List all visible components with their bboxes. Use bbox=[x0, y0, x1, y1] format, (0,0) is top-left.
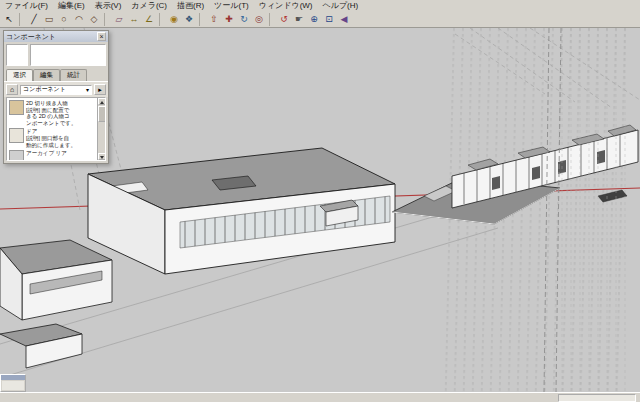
components-scrollbar[interactable] bbox=[97, 98, 105, 160]
toolbar: ↖ ╱ ▭ ○ ◠ ◇ ▱ ↔ ∠ ◉ ❖ ⇧ ✚ ↻ ◎ ↺ ☛ ⊕ ⊡ ◀ bbox=[0, 12, 640, 28]
component-item-text: ドア [説明] 開口部を自 動的に作成します。 bbox=[26, 128, 76, 148]
move-tool-icon[interactable]: ✚ bbox=[222, 13, 236, 26]
protractor-tool-icon[interactable]: ∠ bbox=[142, 13, 156, 26]
component-list-item[interactable]: ドア [説明] 開口部を自 動的に作成します。 bbox=[8, 127, 96, 149]
sketchup-window: ファイル(F) 編集(E) 表示(V) カメラ(C) 描画(R) ツール(T) … bbox=[0, 0, 640, 402]
components-panel-titlebar[interactable]: コンポーネント × bbox=[4, 31, 108, 42]
zoom-extents-tool-icon[interactable]: ⊡ bbox=[322, 13, 336, 26]
component-thumbnail bbox=[9, 100, 24, 115]
component-list-item[interactable]: アーカイブ リア bbox=[8, 149, 96, 161]
menu-view[interactable]: 表示(V) bbox=[90, 0, 127, 12]
eraser-tool-icon[interactable]: ▱ bbox=[112, 13, 126, 26]
push-pull-tool-icon[interactable]: ⇧ bbox=[207, 13, 221, 26]
make-component-tool-icon[interactable]: ❖ bbox=[182, 13, 196, 26]
scroll-up-arrow-icon[interactable] bbox=[98, 98, 106, 105]
rectangle-tool-icon[interactable]: ▭ bbox=[42, 13, 56, 26]
status-bar bbox=[0, 392, 640, 402]
scrollbar-thumb[interactable] bbox=[98, 106, 106, 122]
tab-statistics[interactable]: 統計 bbox=[60, 69, 87, 81]
menu-tools[interactable]: ツール(T) bbox=[209, 0, 254, 12]
component-thumbnail bbox=[9, 128, 24, 143]
home-icon[interactable]: ⌂ bbox=[6, 84, 18, 95]
components-list: 2D 切り抜き人物 [説明] 面に配置で きる 2D の人物コ ンポーネントです… bbox=[6, 97, 106, 161]
chevron-down-icon: ▾ bbox=[86, 86, 89, 93]
details-arrow-icon[interactable]: ▸ bbox=[94, 84, 106, 95]
tab-edit[interactable]: 編集 bbox=[33, 69, 60, 81]
tab-select[interactable]: 選択 bbox=[6, 69, 33, 81]
polygon-tool-icon[interactable]: ◇ bbox=[87, 13, 101, 26]
components-nav-row: ⌂ コンポーネント ▾ ▸ bbox=[4, 81, 108, 97]
menu-draw[interactable]: 描画(R) bbox=[172, 0, 209, 12]
component-list-item[interactable]: 2D 切り抜き人物 [説明] 面に配置で きる 2D の人物コ ンポーネントです… bbox=[8, 99, 96, 127]
component-item-text: 2D 切り抜き人物 [説明] 面に配置で きる 2D の人物コ ンポーネントです… bbox=[26, 100, 76, 126]
menu-camera[interactable]: カメラ(C) bbox=[126, 0, 172, 12]
arc-tool-icon[interactable]: ◠ bbox=[72, 13, 86, 26]
minimized-dialog[interactable] bbox=[0, 374, 26, 392]
component-preview-thumbnail bbox=[6, 44, 28, 66]
tape-measure-tool-icon[interactable]: ↔ bbox=[127, 13, 141, 26]
close-icon[interactable]: × bbox=[97, 32, 106, 41]
line-tool-icon[interactable]: ╱ bbox=[27, 13, 41, 26]
component-item-text: アーカイブ リア bbox=[26, 150, 67, 161]
components-panel-title: コンポーネント bbox=[6, 32, 56, 42]
measurement-box[interactable] bbox=[558, 394, 636, 402]
paint-bucket-tool-icon[interactable]: ◉ bbox=[167, 13, 181, 26]
pan-tool-icon[interactable]: ☛ bbox=[292, 13, 306, 26]
toolbar-separator bbox=[104, 13, 109, 26]
offset-tool-icon[interactable]: ◎ bbox=[252, 13, 266, 26]
toolbar-separator bbox=[159, 13, 164, 26]
menu-window[interactable]: ウィンドウ(W) bbox=[254, 0, 318, 12]
orbit-tool-icon[interactable]: ↺ bbox=[277, 13, 291, 26]
select-tool-icon[interactable]: ↖ bbox=[2, 13, 16, 26]
minimized-dialog-titlebar[interactable] bbox=[1, 375, 25, 380]
minimized-dialog-body bbox=[2, 381, 24, 390]
zoom-tool-icon[interactable]: ⊕ bbox=[307, 13, 321, 26]
toolbar-separator bbox=[269, 13, 274, 26]
menu-file[interactable]: ファイル(F) bbox=[0, 0, 53, 12]
component-description-box[interactable] bbox=[30, 44, 106, 66]
menu-help[interactable]: ヘルプ(H) bbox=[318, 0, 364, 12]
component-preview-row bbox=[4, 42, 108, 68]
components-tabs: 選択 編集 統計 bbox=[4, 69, 108, 81]
previous-view-tool-icon[interactable]: ◀ bbox=[337, 13, 351, 26]
toolbar-separator bbox=[19, 13, 24, 26]
collection-dropdown-value: コンポーネント bbox=[23, 85, 66, 94]
menu-edit[interactable]: 編集(E) bbox=[53, 0, 90, 12]
component-thumbnail bbox=[9, 150, 24, 161]
scroll-down-arrow-icon[interactable] bbox=[98, 153, 106, 160]
components-panel: コンポーネント × 選択 編集 統計 ⌂ コンポーネント ▾ ▸ 2D 切り抜き… bbox=[3, 30, 109, 164]
collection-dropdown[interactable]: コンポーネント ▾ bbox=[20, 85, 92, 95]
rotate-tool-icon[interactable]: ↻ bbox=[237, 13, 251, 26]
toolbar-separator bbox=[199, 13, 204, 26]
circle-tool-icon[interactable]: ○ bbox=[57, 13, 71, 26]
